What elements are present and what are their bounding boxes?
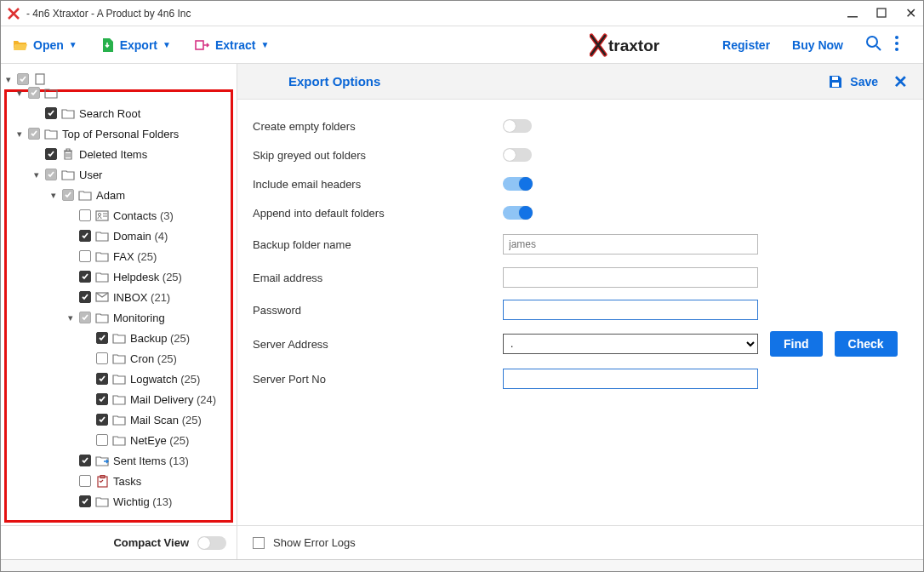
tree-item[interactable]: Cron (25) xyxy=(9,348,229,369)
tree-checkbox[interactable] xyxy=(96,434,108,446)
folder-icon xyxy=(44,128,58,140)
tree-checkbox[interactable] xyxy=(79,209,91,221)
compact-view-bar: Compact View xyxy=(1,525,237,559)
tree-item[interactable]: INBOX (21) xyxy=(9,287,229,307)
buy-now-link[interactable]: Buy Now xyxy=(792,38,843,52)
tree-checkbox[interactable] xyxy=(79,230,91,242)
tree-label: Top of Personal Folders xyxy=(62,128,179,140)
tree-checkbox[interactable] xyxy=(96,352,108,364)
password-label: Password xyxy=(253,304,503,317)
email-input[interactable] xyxy=(503,267,758,288)
tree-checkbox[interactable] xyxy=(45,148,57,160)
tree-checkbox[interactable] xyxy=(79,475,91,487)
tree-item[interactable]: ▾ xyxy=(9,83,229,103)
folder-icon xyxy=(95,312,109,323)
tasks-icon xyxy=(95,475,109,487)
tree-item[interactable]: Logwatch (25) xyxy=(9,369,229,389)
tree-checkbox[interactable] xyxy=(17,73,29,85)
check-button[interactable]: Check xyxy=(835,331,898,357)
tree-twisty-icon[interactable]: ▾ xyxy=(15,88,24,99)
svg-point-7 xyxy=(895,48,898,51)
svg-point-5 xyxy=(895,36,898,39)
tree-twisty-icon[interactable]: ▾ xyxy=(49,190,58,201)
show-error-logs-checkbox[interactable] xyxy=(253,537,265,549)
tree-item[interactable]: Deleted Items xyxy=(9,144,229,164)
folder-tree-panel: ▾ ▾Search Root▾Top of Personal FoldersDe… xyxy=(1,64,237,559)
find-button[interactable]: Find xyxy=(770,331,823,357)
tree-twisty-icon[interactable]: ▾ xyxy=(4,74,13,85)
folder-icon xyxy=(95,495,109,507)
search-icon[interactable] xyxy=(865,35,882,54)
tree-checkbox[interactable] xyxy=(45,107,57,119)
more-icon[interactable] xyxy=(894,35,899,54)
svg-rect-0 xyxy=(847,16,858,18)
tree-checkbox[interactable] xyxy=(28,128,40,140)
tree-checkbox[interactable] xyxy=(96,414,108,426)
contacts-icon xyxy=(95,209,109,221)
tree-checkbox[interactable] xyxy=(96,373,108,385)
extract-button[interactable]: Extract ▼ xyxy=(195,38,269,52)
tree-item[interactable]: Backup (25) xyxy=(9,328,229,348)
include-headers-toggle[interactable] xyxy=(503,177,532,191)
tree-checkbox[interactable] xyxy=(79,495,91,507)
server-port-input[interactable] xyxy=(503,369,758,389)
skip-greyed-toggle[interactable] xyxy=(503,148,532,162)
compact-view-label: Compact View xyxy=(113,536,189,549)
tree-checkbox[interactable] xyxy=(79,312,91,323)
tree-twisty-icon[interactable]: ▾ xyxy=(32,169,41,180)
folder-icon xyxy=(112,414,126,426)
tree-checkbox[interactable] xyxy=(62,189,74,201)
append-default-toggle[interactable] xyxy=(503,206,532,220)
panel-header: Export Options Save ✕ xyxy=(237,64,923,100)
toolbar: Open ▼ Export ▼ Extract ▼ traxtor Regist… xyxy=(1,26,923,64)
tree-item[interactable]: FAX (25) xyxy=(9,246,229,266)
maximize-button[interactable] xyxy=(876,7,887,20)
tree-checkbox[interactable] xyxy=(45,169,57,180)
export-label: Export xyxy=(120,38,157,52)
tree-checkbox[interactable] xyxy=(96,332,108,344)
file-export-icon xyxy=(101,37,115,53)
tree-item[interactable]: Contacts (3) xyxy=(9,205,229,226)
app-logo-icon xyxy=(8,8,20,20)
backup-name-input[interactable] xyxy=(503,234,758,255)
folder-icon xyxy=(61,169,75,180)
inbox-icon xyxy=(95,291,109,303)
close-panel-button[interactable]: ✕ xyxy=(893,72,908,92)
server-address-select[interactable]: . xyxy=(503,334,758,354)
tree-twisty-icon[interactable]: ▾ xyxy=(66,312,75,323)
open-button[interactable]: Open ▼ xyxy=(13,38,77,52)
tree-item[interactable]: Wichtig (13) xyxy=(9,491,229,512)
export-button[interactable]: Export ▼ xyxy=(101,37,171,53)
tree-item[interactable]: Mail Scan (25) xyxy=(9,409,229,430)
close-button[interactable]: ✕ xyxy=(905,5,916,21)
tree-item[interactable]: ▾Adam xyxy=(9,185,229,205)
tree-item[interactable]: Search Root xyxy=(9,103,229,123)
tree-item[interactable]: Tasks xyxy=(9,471,229,491)
tree-label: INBOX (21) xyxy=(113,291,170,304)
password-input[interactable] xyxy=(503,300,758,320)
tree-item[interactable]: Helpdesk (25) xyxy=(9,266,229,287)
tree-checkbox[interactable] xyxy=(79,271,91,283)
save-button[interactable]: Save xyxy=(828,74,878,89)
tree-checkbox[interactable] xyxy=(79,455,91,466)
tree-item[interactable]: Mail Delivery (24) xyxy=(9,389,229,409)
tree-item[interactable]: ▾Monitoring xyxy=(9,307,229,328)
minimize-button[interactable] xyxy=(847,7,858,20)
tree-checkbox[interactable] xyxy=(79,291,91,303)
tree-checkbox[interactable] xyxy=(28,87,40,99)
chevron-down-icon: ▼ xyxy=(163,40,171,49)
trash-icon xyxy=(61,148,75,160)
svg-point-10 xyxy=(98,213,100,215)
create-empty-toggle[interactable] xyxy=(503,119,532,133)
compact-view-toggle[interactable] xyxy=(197,536,226,550)
tree-checkbox[interactable] xyxy=(79,250,91,262)
register-link[interactable]: Register xyxy=(722,38,770,52)
tree-item[interactable]: NetEye (25) xyxy=(9,430,229,450)
tree-twisty-icon[interactable]: ▾ xyxy=(15,129,24,140)
tree-item[interactable]: Sent Items (13) xyxy=(9,450,229,471)
tree-item[interactable]: Domain (4) xyxy=(9,226,229,246)
tree-label: Backup (25) xyxy=(130,332,190,345)
tree-checkbox[interactable] xyxy=(96,393,108,405)
tree-item[interactable]: ▾Top of Personal Folders xyxy=(9,123,229,144)
tree-item[interactable]: ▾User xyxy=(9,164,229,185)
